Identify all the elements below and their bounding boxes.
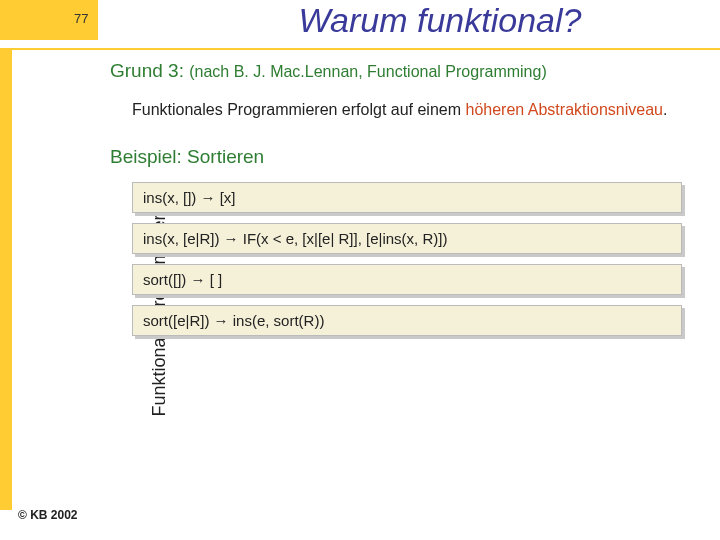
body-text: Funktionales Programmieren erfolgt auf e… bbox=[132, 100, 700, 120]
page-number: 77 bbox=[74, 11, 88, 26]
code-box: sort([e|R]) → ins(e, sort(R)) bbox=[132, 305, 682, 336]
body-pre: Funktionales Programmieren erfolgt auf e… bbox=[132, 101, 466, 118]
code-box: ins(x, [e|R]) → IF(x < e, [x|[e| R]], [e… bbox=[132, 223, 682, 254]
content-area: Grund 3: (nach B. J. Mac.Lennan, Functio… bbox=[110, 60, 700, 346]
body-hot: höheren Abstraktionsniveau bbox=[466, 101, 663, 118]
body-post: . bbox=[663, 101, 667, 118]
divider bbox=[0, 48, 720, 50]
section-heading: Beispiel: Sortieren bbox=[110, 146, 700, 168]
copyright: © KB 2002 bbox=[18, 508, 78, 522]
grund-label: Grund 3: bbox=[110, 60, 184, 81]
grund-heading: Grund 3: (nach B. J. Mac.Lennan, Functio… bbox=[110, 60, 700, 82]
sidebar-strip bbox=[0, 50, 12, 510]
code-box: sort([]) → [ ] bbox=[132, 264, 682, 295]
code-box: ins(x, []) → [x] bbox=[132, 182, 682, 213]
grund-sub: (nach B. J. Mac.Lennan, Functional Progr… bbox=[189, 63, 547, 80]
slide-title: Warum funktional? bbox=[170, 1, 710, 40]
